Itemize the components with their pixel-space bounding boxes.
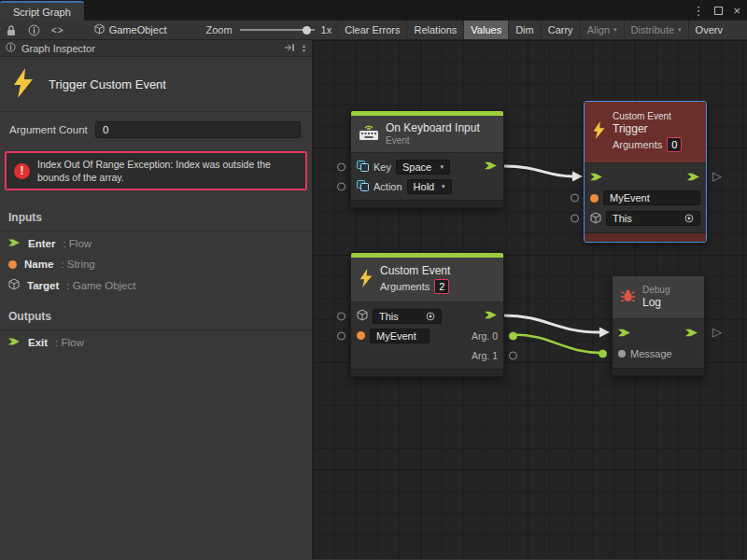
dock-icon[interactable] [284, 43, 295, 54]
node-title: On Keyboard Input [386, 121, 480, 135]
action-label: Action [374, 181, 402, 192]
graph-output-indicator: ▷ [712, 326, 722, 338]
port-type: : Flow [63, 238, 92, 249]
event-name-value: MyEvent [610, 192, 650, 203]
target-dropdown[interactable]: This [373, 309, 442, 324]
arg0-output-port[interactable] [509, 331, 517, 340]
node-subtitle: Event [386, 135, 480, 147]
wire-arrowhead [599, 328, 610, 338]
inspector-header-title: Graph Inspector [21, 43, 95, 54]
argument-count-input[interactable]: 0 [95, 121, 301, 138]
key-dropdown[interactable]: Space ▾ [396, 160, 450, 175]
key-value: Space [402, 161, 431, 173]
wire-arg0-to-message[interactable] [514, 335, 602, 354]
lock-icon[interactable] [0, 21, 22, 39]
outputs-section-title: Outputs [0, 295, 312, 329]
relations-button[interactable]: Relations [406, 21, 463, 39]
event-name-field[interactable]: MyEvent [603, 190, 700, 205]
name-input-port[interactable] [337, 331, 345, 340]
port-type: : String [61, 259, 94, 270]
target-value: This [613, 213, 632, 224]
inspector-header: Graph Inspector ▲ ▼ [0, 40, 312, 57]
window-menu-icon[interactable]: ⋮ [692, 4, 704, 18]
port-name: Exit [28, 337, 48, 348]
event-name-row: MyEvent [590, 188, 700, 208]
node-body: Key Space ▾ Action Hold [351, 153, 503, 200]
event-name-field[interactable]: MyEvent [370, 329, 430, 343]
flow-input-port[interactable] [618, 327, 631, 341]
target-input-port[interactable] [571, 215, 579, 223]
clear-errors-button[interactable]: Clear Errors [337, 21, 406, 39]
tab-script-graph[interactable]: Script Graph [0, 1, 84, 21]
graph-canvas[interactable]: On Keyboard Input Event Key Space ▾ [313, 40, 747, 559]
inputs-section-title: Inputs [0, 196, 312, 231]
zoom-slider-knob[interactable] [303, 26, 311, 35]
target-picker-icon[interactable] [426, 312, 435, 321]
name-input-port[interactable] [571, 194, 579, 203]
tab-title: Script Graph [13, 7, 71, 18]
arguments-count-field[interactable]: 2 [434, 279, 449, 294]
action-value: Hold [414, 181, 435, 192]
flow-output-port[interactable] [685, 327, 698, 341]
error-message-box: ! Index Out Of Range Exception: Index wa… [5, 151, 307, 190]
node-debug-log[interactable]: Debug Log Message [612, 275, 705, 376]
carry-button[interactable]: Carry [541, 21, 580, 39]
port-name: Name [24, 259, 53, 270]
argument-count-row: Argument Count 0 [0, 112, 312, 146]
distribute-button[interactable]: Distribute ▾ [624, 21, 688, 39]
node-footer [351, 369, 503, 376]
spinner-down-icon[interactable]: ▼ [302, 49, 306, 53]
flow-output-port[interactable] [485, 160, 498, 174]
arg1-output-port[interactable] [509, 351, 517, 359]
values-button[interactable]: Values [463, 21, 508, 39]
bolt-icon [359, 269, 374, 291]
overview-button[interactable]: Overv [688, 21, 747, 39]
wire-customevent-to-debug[interactable] [504, 315, 599, 332]
info-icon[interactable] [22, 21, 46, 39]
gameobject-selector[interactable]: GameObject [94, 21, 167, 39]
action-dropdown[interactable]: Hold ▾ [407, 179, 452, 194]
arg1-label: Arg. 1 [472, 350, 498, 361]
node-footer [613, 368, 704, 375]
scroll-spinner[interactable]: ▲ ▼ [302, 44, 306, 53]
node-header[interactable]: On Keyboard Input Event [351, 116, 503, 153]
port-type: : Flow [55, 337, 84, 348]
action-input-port[interactable] [337, 182, 345, 190]
key-input-port[interactable] [337, 162, 345, 171]
output-port-item: Exit : Flow [0, 330, 312, 352]
flow-input-port[interactable] [590, 171, 603, 185]
node-on-keyboard-input[interactable]: On Keyboard Input Event Key Space ▾ [350, 110, 504, 208]
input-port-item: Enter : Flow [0, 231, 312, 253]
arg0-label: Arg. 0 [472, 330, 498, 342]
node-trigger-custom-event[interactable]: Custom Event Trigger Arguments 0 [584, 101, 707, 243]
cube-icon [590, 212, 601, 226]
node-header[interactable]: Debug Log [613, 276, 704, 319]
target-picker-icon[interactable] [684, 214, 694, 223]
graph-toolbar: <> GameObject Zoom 1x Clear Errors Relat… [0, 21, 747, 40]
message-row: Message [618, 343, 698, 364]
flow-output-port[interactable] [485, 309, 498, 323]
error-text: Index Out Of Range Exception: Index was … [37, 158, 298, 184]
target-dropdown[interactable]: This [606, 211, 700, 226]
zoom-value: 1x [321, 21, 332, 39]
wire-keyboard-to-trigger[interactable] [504, 166, 572, 176]
bug-icon [620, 288, 636, 306]
flow-output-port[interactable] [687, 171, 700, 185]
node-header[interactable]: Custom Event Arguments 2 [351, 258, 503, 302]
node-body: MyEvent This [585, 163, 706, 232]
node-header[interactable]: Custom Event Trigger Arguments 0 [585, 102, 706, 163]
string-port-icon [357, 331, 365, 340]
message-input-port[interactable] [599, 350, 607, 358]
window-maximize-icon[interactable] [714, 7, 723, 15]
align-button[interactable]: Align ▾ [580, 21, 624, 39]
target-input-port[interactable] [337, 312, 345, 320]
window-close-icon[interactable]: × [733, 4, 740, 18]
dim-button[interactable]: Dim [508, 21, 541, 39]
node-custom-event[interactable]: Custom Event Arguments 2 This [350, 252, 504, 377]
zoom-slider[interactable] [240, 21, 315, 39]
node-footer [585, 232, 706, 242]
code-icon[interactable]: <> [46, 21, 70, 39]
arguments-count-field[interactable]: 0 [667, 137, 682, 152]
gameobject-label: GameObject [109, 24, 167, 35]
event-name-value: MyEvent [376, 330, 416, 342]
